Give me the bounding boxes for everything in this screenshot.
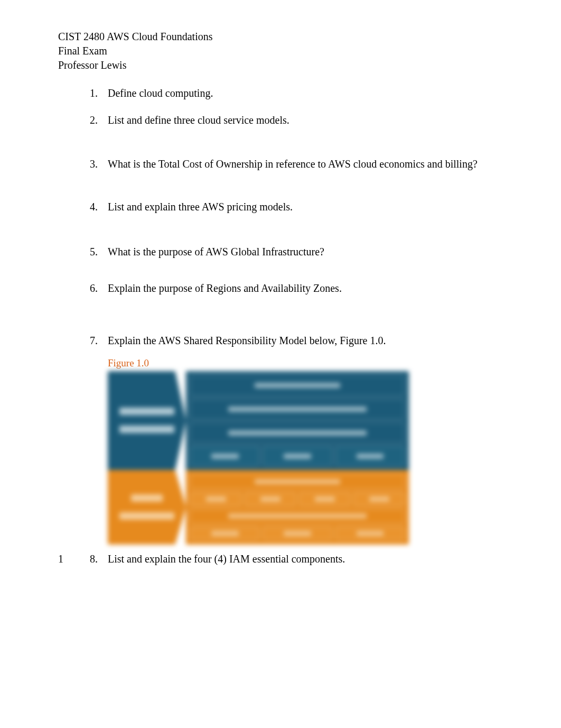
question-text: List and explain three AWS pricing model… [108, 201, 293, 213]
question-number: 3. [90, 158, 108, 170]
placeholder-text [357, 531, 384, 536]
placeholder-text [206, 496, 226, 502]
placeholder-text [228, 407, 367, 412]
diagram-cell [190, 527, 259, 540]
question-text: Explain the AWS Shared Responsibility Mo… [108, 335, 386, 347]
diagram-cell [245, 492, 296, 506]
placeholder-text [260, 496, 280, 502]
diagram-cell [263, 527, 332, 540]
diagram-cell [190, 492, 241, 506]
diagram-row [190, 446, 405, 466]
placeholder-text [369, 496, 389, 502]
figure-label: Figure 1.0 [58, 357, 503, 369]
diagram-row [190, 527, 405, 540]
diagram-cell [190, 446, 259, 466]
document-header: CIST 2480 AWS Cloud Foundations Final Ex… [58, 30, 503, 72]
question-item: 8. List and explain the four (4) IAM ess… [90, 553, 503, 565]
placeholder-text [357, 454, 384, 459]
course-code: CIST 2480 AWS Cloud Foundations [58, 30, 503, 44]
question-number: 7. [90, 335, 108, 347]
aws-side-label [108, 470, 186, 545]
question-text: List and explain the four (4) IAM essent… [108, 553, 345, 565]
diagram-cell [335, 446, 405, 466]
diagram-row [190, 492, 405, 506]
question-number: 8. [90, 553, 108, 565]
diagram-cell [299, 492, 350, 506]
question-item: 5. What is the purpose of AWS Global Inf… [90, 246, 503, 258]
placeholder-text [119, 512, 174, 520]
question-text: Explain the purpose of Regions and Avail… [108, 282, 342, 294]
placeholder-text [131, 494, 162, 502]
placeholder-text [228, 513, 367, 519]
diagram-cell [335, 527, 405, 540]
placeholder-text [119, 426, 174, 433]
diagram-row [190, 399, 405, 420]
question-item: 1. Define cloud computing. [90, 87, 503, 99]
question-number: 5. [90, 246, 108, 258]
question-list-continued: 8. List and explain the four (4) IAM ess… [58, 553, 503, 565]
placeholder-text [255, 479, 340, 484]
diagram-row [190, 375, 405, 396]
placeholder-text [119, 408, 174, 415]
question-list: 1. Define cloud computing. 2. List and d… [58, 87, 503, 347]
placeholder-text [284, 531, 311, 536]
page-number: 1 [58, 553, 63, 565]
question-item: 6. Explain the purpose of Regions and Av… [90, 282, 503, 294]
document-title: Final Exam [58, 44, 503, 58]
diagram-cell [353, 492, 405, 506]
question-item: 3. What is the Total Cost of Ownership i… [90, 158, 503, 170]
question-number: 6. [90, 282, 108, 294]
placeholder-text [228, 430, 367, 436]
diagram-row [190, 509, 405, 524]
aws-section [108, 470, 409, 545]
figure-container [58, 371, 503, 545]
customer-section [108, 371, 409, 470]
question-item: 7. Explain the AWS Shared Responsibility… [90, 335, 503, 347]
placeholder-text [211, 531, 239, 536]
question-text: List and define three cloud service mode… [108, 114, 289, 126]
placeholder-text [315, 496, 335, 502]
question-item: 4. List and explain three AWS pricing mo… [90, 201, 503, 213]
instructor-name: Professor Lewis [58, 58, 503, 72]
diagram-row [190, 422, 405, 443]
question-item: 2. List and define three cloud service m… [90, 114, 503, 126]
placeholder-text [255, 383, 340, 388]
question-text: What is the purpose of AWS Global Infras… [108, 246, 324, 258]
question-number: 2. [90, 114, 108, 126]
question-text: What is the Total Cost of Ownership in r… [108, 158, 478, 170]
diagram-row [190, 474, 405, 489]
question-number: 4. [90, 201, 108, 213]
question-text: Define cloud computing. [108, 87, 213, 99]
question-number: 1. [90, 87, 108, 99]
placeholder-text [211, 454, 239, 459]
customer-side-label [108, 371, 186, 470]
customer-responsibilities [186, 371, 409, 470]
aws-responsibilities [186, 470, 409, 545]
shared-responsibility-diagram [108, 371, 409, 545]
diagram-cell [263, 446, 332, 466]
placeholder-text [284, 454, 311, 459]
